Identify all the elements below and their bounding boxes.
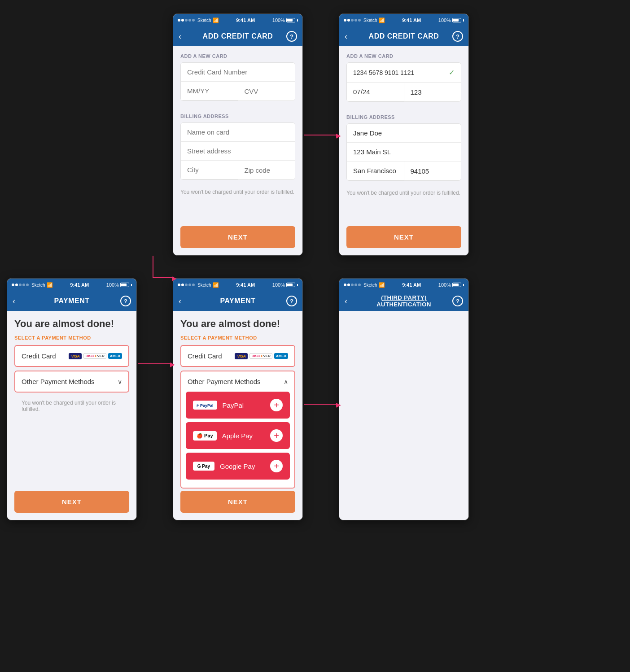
- help-button-4[interactable]: ?: [286, 296, 297, 306]
- battery-tip-5: [463, 284, 464, 286]
- other-payment-section-4: Other Payment Methods ∧ ᴘ PayPal PayPal …: [180, 371, 295, 489]
- section-add-card-2: ADD A NEW CARD: [339, 46, 468, 62]
- next-button-1[interactable]: NEXT: [180, 226, 295, 248]
- battery-pct-5: 100%: [438, 282, 451, 288]
- payment-title-4: You are almost done!: [180, 318, 295, 330]
- other-payment-header-4[interactable]: Other Payment Methods ∧: [181, 371, 294, 392]
- auth-text: AUTHENTICATION: [376, 301, 431, 308]
- back-button-4[interactable]: ‹: [179, 297, 189, 306]
- arrow-1: [138, 363, 172, 364]
- status-right-5: 100%: [438, 282, 464, 288]
- back-button-5[interactable]: ‹: [345, 297, 355, 306]
- applepay-option[interactable]: 🍎 Pay Apple Pay +: [186, 422, 290, 449]
- payment-area-4: You are almost done! SELECT A PAYMENT ME…: [173, 311, 302, 499]
- cvv-input-2[interactable]: [404, 83, 461, 101]
- next-button-2[interactable]: NEXT: [346, 226, 461, 248]
- credit-card-label-3: Credit Card: [22, 352, 56, 360]
- credit-card-option-3[interactable]: Credit Card VISA DISC ● VER AMEX: [14, 345, 129, 367]
- sketch-label-5: Sketch: [363, 283, 377, 288]
- help-button-1[interactable]: ?: [286, 31, 297, 42]
- cvv-input-1[interactable]: [238, 82, 295, 100]
- card-number-input-1[interactable]: [181, 63, 295, 82]
- select-label-3: SELECT A PAYMENT METHOD: [14, 335, 129, 340]
- billing-group-2: [346, 123, 461, 181]
- arrow-head-4: ▶: [336, 401, 341, 408]
- third-party-underlined: (THIRD PARTY): [381, 294, 427, 301]
- city-zip-row-2: [347, 161, 461, 180]
- city-zip-row-1: [181, 161, 295, 179]
- billing-section-2: BILLING ADDRESS: [339, 107, 468, 123]
- name-input-2[interactable]: [347, 124, 461, 143]
- sketch-label-2: Sketch: [363, 18, 377, 23]
- credit-card-option-4[interactable]: Credit Card VISA DISC ● VER AMEX: [180, 345, 295, 367]
- nav-title-2: ADD CREDIT CARD: [355, 32, 452, 40]
- signal-1: [178, 19, 195, 22]
- arrow-3h: [153, 277, 174, 278]
- screen3-payment-collapsed: Sketch 📶 9:41 AM 100% ‹ PAYMENT ? You ar…: [7, 278, 137, 520]
- billing-group-1: [180, 122, 295, 180]
- screen4-content: You are almost done! SELECT A PAYMENT ME…: [173, 311, 302, 520]
- paypal-option[interactable]: ᴘ PayPal PayPal +: [186, 392, 290, 419]
- card-logos-4: VISA DISC ● VER AMEX: [235, 353, 288, 359]
- street-input-2[interactable]: [347, 143, 461, 161]
- status-right-4: 100%: [272, 282, 298, 288]
- expiry-cvv-row-1: [181, 82, 295, 100]
- amex-logo-3: AMEX: [108, 353, 122, 359]
- back-button-3[interactable]: ‹: [13, 297, 23, 306]
- payment-options-list: ᴘ PayPal PayPal + 🍎 Pay Apple Pay +: [181, 392, 294, 488]
- wifi-3: 📶: [47, 282, 53, 288]
- zip-input-1[interactable]: [238, 161, 295, 179]
- wifi-5: 📶: [379, 282, 385, 288]
- nav-title-5: (THIRD PARTY) AUTHENTICATION: [355, 294, 452, 308]
- googlepay-option[interactable]: G Pay Google Pay +: [186, 453, 290, 480]
- zip-input-2[interactable]: [404, 161, 461, 180]
- other-payment-row-3[interactable]: Other Payment Methods ∨: [14, 371, 129, 393]
- nav-bar-1: ‹ ADD CREDIT CARD ?: [173, 26, 302, 46]
- status-bar-4: Sketch 📶 9:41 AM 100%: [173, 279, 302, 291]
- nav-title-4: PAYMENT: [189, 297, 286, 305]
- next-button-4[interactable]: NEXT: [180, 491, 295, 513]
- paypal-icon: ᴘ PayPal: [193, 401, 217, 410]
- arrow-4: [304, 404, 338, 405]
- screen5-content: [339, 311, 468, 520]
- next-button-3[interactable]: NEXT: [14, 491, 129, 513]
- payment-title-3: You are almost done!: [14, 318, 129, 330]
- city-input-1[interactable]: [181, 161, 238, 179]
- name-input-1[interactable]: [181, 123, 295, 142]
- visa-logo-4: VISA: [235, 353, 248, 359]
- street-input-1[interactable]: [181, 142, 295, 161]
- card-logos-3: VISA DISC ● VER AMEX: [69, 353, 122, 359]
- help-button-2[interactable]: ?: [452, 31, 463, 42]
- card-number-filled-row: ✓: [347, 63, 461, 83]
- city-input-2[interactable]: [347, 161, 404, 180]
- nav-bar-5: ‹ (THIRD PARTY) AUTHENTICATION ?: [339, 291, 468, 311]
- back-button-2[interactable]: ‹: [345, 32, 355, 41]
- time-5: 9:41 AM: [402, 282, 421, 288]
- battery-pct-3: 100%: [106, 282, 119, 288]
- card-number-input-2[interactable]: [353, 69, 449, 76]
- battery-pct-4: 100%: [272, 282, 285, 288]
- expiry-input-2[interactable]: [347, 83, 404, 101]
- expiry-input-1[interactable]: [181, 82, 238, 100]
- nav-bar-4: ‹ PAYMENT ?: [173, 291, 302, 311]
- help-button-5[interactable]: ?: [452, 296, 463, 306]
- other-payment-label-3: Other Payment Methods: [22, 378, 95, 385]
- paypal-add-btn[interactable]: +: [270, 399, 283, 411]
- back-button-1[interactable]: ‹: [179, 32, 189, 41]
- time-2: 9:41 AM: [402, 17, 421, 23]
- nav-title-3: PAYMENT: [23, 297, 120, 305]
- nav-title-1: ADD CREDIT CARD: [189, 32, 286, 40]
- status-right-3: 100%: [106, 282, 132, 288]
- card-number-group-1: [180, 62, 295, 101]
- battery-pct-2: 100%: [438, 17, 451, 23]
- note-2: You won't be charged until your order is…: [339, 186, 468, 203]
- applepay-add-btn[interactable]: +: [270, 429, 283, 442]
- googlepay-icon: G Pay: [193, 462, 214, 471]
- payment-area-3: You are almost done! SELECT A PAYMENT ME…: [7, 311, 136, 427]
- arrow-3v: [153, 256, 153, 278]
- battery-icon-3: [120, 283, 129, 287]
- battery-icon-1: [286, 18, 295, 22]
- time-4: 9:41 AM: [236, 282, 255, 288]
- googlepay-add-btn[interactable]: +: [270, 460, 283, 472]
- help-button-3[interactable]: ?: [120, 296, 131, 306]
